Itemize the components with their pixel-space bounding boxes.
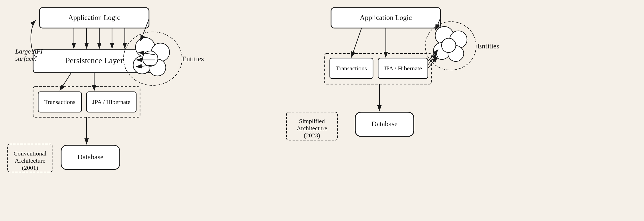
right-entities-label: Entities <box>477 42 499 50</box>
left-arch-title-3: (2001) <box>22 164 38 171</box>
svg-line-43 <box>428 57 437 68</box>
right-arch-title-3: (2023) <box>304 132 320 139</box>
left-jpa-label: JPA / Hibernate <box>92 99 130 105</box>
left-app-logic-label: Application Logic <box>68 14 120 21</box>
left-entities-label: Entities <box>182 55 204 63</box>
left-persistence-label: Persistence Layer <box>65 56 123 65</box>
right-arch-title-1: Simplified <box>299 118 325 124</box>
left-arch-title-1: Conventional <box>13 150 47 157</box>
right-jpa-label: JPA / Hibernate <box>384 65 422 72</box>
right-app-logic-label: Application Logic <box>360 14 412 21</box>
right-transactions-label: Transactions <box>336 65 367 72</box>
main-canvas: Application Logic Persistence Layer Tran… <box>0 0 644 221</box>
svg-line-24 <box>60 73 71 90</box>
left-arch-title-2: Architecture <box>15 157 45 164</box>
left-large-api-label: Large API <box>15 48 43 55</box>
svg-line-39 <box>351 28 362 57</box>
left-database-label: Database <box>77 153 104 161</box>
left-transactions-label: Transactions <box>44 99 75 105</box>
right-arch-title-2: Architecture <box>297 125 327 132</box>
svg-point-38 <box>442 38 456 53</box>
left-large-api-label2: surface! <box>15 55 37 62</box>
right-database-label: Database <box>372 120 398 128</box>
